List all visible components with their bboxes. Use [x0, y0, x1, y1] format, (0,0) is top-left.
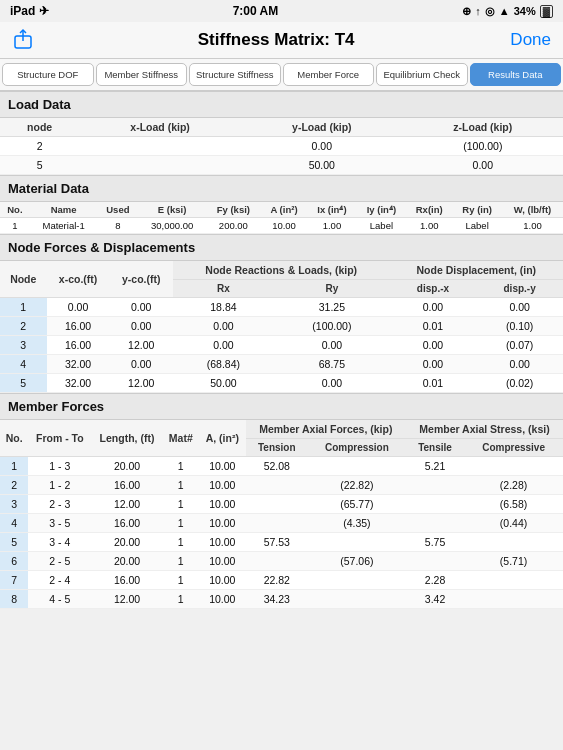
rotate-icon: ◎ [485, 5, 495, 18]
status-right: ⊕ ↑ ◎ ▲ 34% ▓ [462, 5, 553, 18]
battery-icon: ▓ [540, 5, 553, 18]
table-row: 550.000.00 [0, 156, 563, 175]
mf-col-tension: Tension [246, 439, 308, 457]
table-row: 32 - 312.00110.00(65.77)(6.58) [0, 495, 563, 514]
table-row: 532.0012.0050.000.000.01(0.02) [0, 374, 563, 393]
tab-member-force[interactable]: Member Force [283, 63, 375, 86]
mf-col-no: No. [0, 420, 28, 457]
share-button[interactable] [12, 28, 42, 52]
material-data-header: Material Data [0, 175, 563, 202]
node-forces-table: Node x-co.(ft) y-co.(ft) Node Reactions … [0, 261, 563, 393]
tab-results-data[interactable]: Results Data [470, 63, 562, 86]
node-forces-header: Node Forces & Displacements [0, 234, 563, 261]
nf-col-x: x-co.(ft) [47, 261, 110, 298]
mf-col-tensile: Tensile [406, 439, 464, 457]
nf-group-disp: Node Displacement, (in) [390, 261, 563, 280]
mf-group-axial-forces: Member Axial Forces, (kip) [246, 420, 406, 439]
table-row: 72 - 416.00110.0022.822.28 [0, 571, 563, 590]
status-time: 7:00 AM [233, 4, 279, 18]
load-col-xload: x-Load (kip) [79, 118, 241, 137]
nf-col-node: Node [0, 261, 47, 298]
table-row: 84 - 512.00110.0034.233.42 [0, 590, 563, 609]
done-button[interactable]: Done [510, 30, 551, 50]
location-icon: ↑ [475, 5, 481, 17]
tab-structure-stiffness[interactable]: Structure Stiffness [189, 63, 281, 86]
table-row: 316.0012.000.000.000.00(0.07) [0, 336, 563, 355]
nf-col-dispy: disp.-y [476, 280, 563, 298]
mf-col-area: A, (in²) [199, 420, 246, 457]
material-data-table: No.NameUsedE (ksi)Fy (ksi)A (in²)Ix (in⁴… [0, 202, 563, 234]
load-col-yload: y-Load (kip) [241, 118, 403, 137]
table-row: 432.000.00(68.84)68.750.000.00 [0, 355, 563, 374]
member-forces-header: Member Forces [0, 393, 563, 420]
mf-col-mat: Mat# [163, 420, 199, 457]
table-row: 21 - 216.00110.00(22.82)(2.28) [0, 476, 563, 495]
tab-bar: Structure DOF Member Stiffness Structure… [0, 59, 563, 91]
mf-col-compression: Compression [308, 439, 406, 457]
mf-col-compressive: Compressive [464, 439, 563, 457]
load-data-header: Load Data [0, 91, 563, 118]
table-row: 53 - 420.00110.0057.535.75 [0, 533, 563, 552]
load-col-node: node [0, 118, 79, 137]
mf-col-length: Length, (ft) [91, 420, 162, 457]
nf-col-y: y-co.(ft) [110, 261, 173, 298]
orientation-icon: ▲ [499, 5, 510, 17]
table-row: 43 - 516.00110.00(4.35)(0.44) [0, 514, 563, 533]
table-row: 1Material-1830,000.00200.0010.001.00Labe… [0, 218, 563, 234]
main-content: Load Data node x-Load (kip) y-Load (kip)… [0, 91, 563, 609]
status-bar: iPad ✈ 7:00 AM ⊕ ↑ ◎ ▲ 34% ▓ [0, 0, 563, 22]
table-row: 11 - 320.00110.0052.085.21 [0, 457, 563, 476]
load-col-zload: z-Load (kip) [403, 118, 563, 137]
tab-structure-dof[interactable]: Structure DOF [2, 63, 94, 86]
table-row: 216.000.000.00(100.00)0.01(0.10) [0, 317, 563, 336]
app-header: Stiffness Matrix: T4 Done [0, 22, 563, 59]
load-data-table: node x-Load (kip) y-Load (kip) z-Load (k… [0, 118, 563, 175]
mf-group-axial-stress: Member Axial Stress, (ksi) [406, 420, 563, 439]
nf-group-reactions: Node Reactions & Loads, (kip) [173, 261, 390, 280]
wifi-icon: ⊕ [462, 5, 471, 18]
tab-member-stiffness[interactable]: Member Stiffness [96, 63, 188, 86]
battery-label: 34% [514, 5, 536, 17]
page-title: Stiffness Matrix: T4 [42, 30, 510, 50]
nf-col-rx: Rx [173, 280, 274, 298]
status-left: iPad ✈ [10, 4, 49, 18]
mf-col-from-to: From - To [28, 420, 91, 457]
table-row: 62 - 520.00110.00(57.06)(5.71) [0, 552, 563, 571]
table-row: 10.000.0018.8431.250.000.00 [0, 298, 563, 317]
member-forces-table: No. From - To Length, (ft) Mat# A, (in²)… [0, 420, 563, 609]
nf-col-ry: Ry [274, 280, 390, 298]
table-row: 20.00(100.00) [0, 137, 563, 156]
nf-col-dispx: disp.-x [390, 280, 477, 298]
tab-equilibrium-check[interactable]: Equilibrium Check [376, 63, 468, 86]
